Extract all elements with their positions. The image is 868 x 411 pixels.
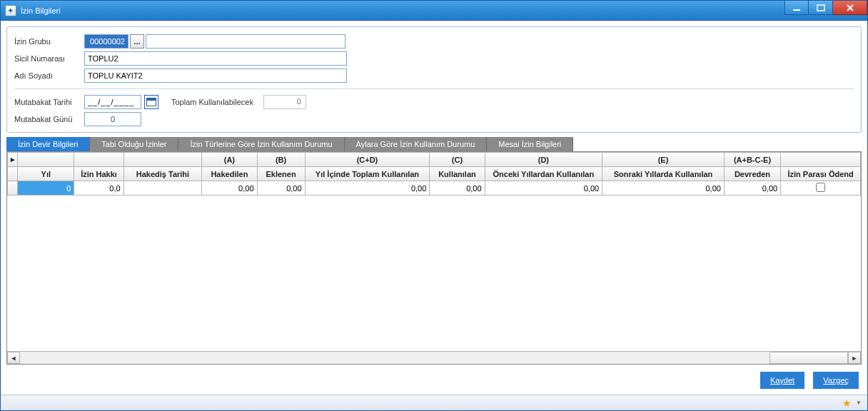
group-header[interactable]: (C) [430,153,485,167]
group-header[interactable] [781,153,861,167]
izin-grubu-label: İzin Grubu [14,37,84,46]
cell-kullanilan[interactable]: 0,00 [430,181,485,196]
scroll-right-button[interactable]: ► [848,352,861,364]
col-eklenen[interactable]: Eklenen [257,167,305,181]
group-header[interactable]: (E) [602,153,725,167]
col-yil-toplam[interactable]: Yıl İçinde Toplam Kullanılan [305,167,430,181]
star-icon[interactable]: ★ [842,397,852,409]
group-header[interactable]: (A+B-C-E) [724,153,780,167]
cell-devreden[interactable]: 0,00 [724,181,780,196]
group-header[interactable]: (C+D) [305,153,430,167]
cancel-button[interactable]: Vazgeç [813,372,859,389]
tab-aylara-gore[interactable]: Aylara Göre İzin Kullanım Durumu [345,137,488,151]
statusbar: ★ ▼ [1,395,867,410]
close-button[interactable] [833,1,867,15]
col-izin-parasi[interactable]: İzin Parası Ödend [781,167,861,181]
mutabakat-tarihi-label: Mutabakat Tarihi [14,98,84,106]
sicil-input[interactable] [84,51,347,66]
mutabakat-gunu-label: Mutabakat Günü [14,115,84,123]
group-header[interactable] [74,153,123,167]
grid: ▸ (A) (B) (C+D) (C) (D) (E) (A+B-C-E) [6,152,862,365]
calendar-icon[interactable] [144,95,158,109]
col-onceki[interactable]: Önceki Yıllardan Kullanılan [485,167,602,181]
window-title: İzin Bilgileri [21,6,61,15]
svg-rect-1 [817,5,824,11]
tab-izin-devir[interactable]: İzin Devir Bilgileri [6,137,90,151]
col-izin-hakki[interactable]: İzin Hakkı [74,167,123,181]
cell-onceki[interactable]: 0,00 [485,181,602,196]
col-yil[interactable]: Yıl [18,167,74,181]
minimize-button[interactable] [784,1,809,15]
table-row[interactable]: 0 0,0 0,00 0,00 0,00 0,00 0,00 0,00 0,00 [8,181,861,196]
izin-grubu-lookup-button[interactable]: ... [130,34,144,49]
dropdown-icon[interactable]: ▼ [856,400,862,406]
grid-corner[interactable]: ▸ [8,153,18,167]
cell-hakedilen[interactable]: 0,00 [202,181,257,196]
cell-yil[interactable]: 0 [18,181,74,196]
sicil-label: Sicil Numarası [14,54,84,63]
scroll-left-button[interactable]: ◄ [7,352,20,364]
adi-label: Adı Soyadı [14,71,84,80]
window-frame: ✦ İzin Bilgileri İzin Grubu ... Si [0,0,868,411]
group-header[interactable] [123,153,202,167]
mutabakat-gunu-input[interactable] [84,112,141,126]
cell-sonraki[interactable]: 0,00 [602,181,725,196]
app-icon: ✦ [5,5,16,16]
horizontal-scrollbar[interactable]: ◄ ► [7,351,861,364]
form-panel: İzin Grubu ... Sicil Numarası Adı Soyadı… [6,26,862,133]
mutabakat-tarihi-input[interactable] [84,95,141,109]
izin-grubu-desc-input[interactable] [146,34,345,49]
tabbar: İzin Devir Bilgileri Tabi Olduğu İzinler… [6,137,862,152]
tab-mesai-izin[interactable]: Mesai İzin Bilgileri [487,137,573,151]
save-button[interactable]: Kaydet [760,372,804,389]
col-kullanilan[interactable]: Kullanılan [430,167,485,181]
cell-hakedis-tarihi[interactable] [123,181,202,196]
cell-izin-hakki[interactable]: 0,0 [74,181,123,196]
group-header[interactable]: (B) [257,153,305,167]
group-header[interactable]: (D) [485,153,602,167]
group-header[interactable]: (A) [202,153,257,167]
group-header[interactable] [18,153,74,167]
col-hakedis-tarihi[interactable]: Hakediş Tarihi [123,167,202,181]
titlebar[interactable]: ✦ İzin Bilgileri [1,1,867,21]
toplam-value: 0 [263,95,306,109]
cell-eklenen[interactable]: 0,00 [257,181,305,196]
adi-input[interactable] [84,68,347,83]
cell-izin-parasi[interactable] [781,181,861,196]
cell-yil-toplam[interactable]: 0,00 [305,181,430,196]
svg-rect-0 [793,9,800,11]
toplam-label: Toplam Kullanılabilecek [171,98,253,106]
izin-parasi-checkbox[interactable] [816,183,825,192]
col-hakedilen[interactable]: Hakedilen [202,167,257,181]
tab-izin-turlerine[interactable]: İzin Türlerine Göre İzin Kullanım Durumu [178,137,344,151]
col-sonraki[interactable]: Sonraki Yıllarda Kullanılan [602,167,725,181]
izin-grubu-input[interactable] [84,34,128,49]
col-devreden[interactable]: Devreden [724,167,780,181]
tab-tabi-oldugu[interactable]: Tabi Olduğu İzinler [90,137,178,151]
maximize-button[interactable] [809,1,833,15]
